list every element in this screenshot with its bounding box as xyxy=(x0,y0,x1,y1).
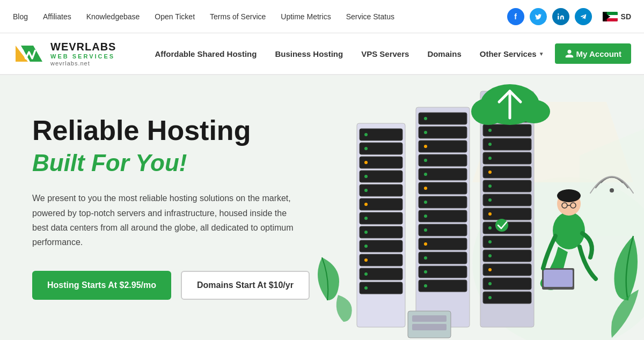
svg-point-92 xyxy=(488,240,492,243)
nav-vps[interactable]: VPS Servers xyxy=(354,45,416,63)
svg-point-53 xyxy=(424,117,427,120)
nav-knowledgebase[interactable]: Knowledgebase xyxy=(86,12,140,21)
nav-domains[interactable]: Domains xyxy=(420,45,469,63)
svg-point-90 xyxy=(488,212,492,216)
facebook-icon[interactable]: f xyxy=(507,8,524,25)
svg-point-32 xyxy=(364,203,368,206)
svg-point-31 xyxy=(364,189,368,192)
nav-terms[interactable]: Terms of Service xyxy=(210,12,266,21)
region-code: SD xyxy=(621,12,631,21)
account-icon xyxy=(565,49,574,58)
main-nav-links: Affordable Shared Hosting Business Hosti… xyxy=(147,43,631,64)
svg-point-88 xyxy=(488,184,492,188)
svg-point-87 xyxy=(488,171,492,174)
nav-business-hosting[interactable]: Business Hosting xyxy=(267,45,350,63)
main-nav: WEVRLABS WEB SERVICES wevrlabs.net Affor… xyxy=(0,33,644,75)
svg-point-56 xyxy=(424,159,427,162)
svg-point-94 xyxy=(488,268,492,271)
svg-point-86 xyxy=(488,157,492,160)
hero-buttons: Hosting Starts At $2.95/mo Domains Start… xyxy=(32,271,310,300)
svg-point-107 xyxy=(557,189,581,202)
svg-rect-99 xyxy=(412,324,447,330)
svg-point-91 xyxy=(488,226,492,230)
svg-point-57 xyxy=(424,173,427,176)
svg-point-63 xyxy=(424,256,427,260)
svg-point-84 xyxy=(488,129,492,132)
svg-point-28 xyxy=(364,147,368,150)
logo-domain: wevrlabs.net xyxy=(50,60,116,67)
svg-point-34 xyxy=(364,231,368,234)
hero-description: We present to you the most reliable host… xyxy=(32,191,295,249)
server-illustration-svg xyxy=(311,75,644,340)
logo[interactable]: WEVRLABS WEB SERVICES wevrlabs.net xyxy=(13,40,116,67)
flag-icon xyxy=(603,12,618,21)
hero-section: Reliable Hosting Built For You! We prese… xyxy=(0,75,644,340)
nav-status[interactable]: Service Status xyxy=(346,12,394,21)
dropdown-arrow-icon: ▼ xyxy=(539,51,544,57)
nav-affiliates[interactable]: Affiliates xyxy=(43,12,71,21)
svg-point-61 xyxy=(424,228,427,232)
logo-text: WEVRLABS WEB SERVICES wevrlabs.net xyxy=(50,40,116,67)
svg-point-60 xyxy=(424,215,427,218)
svg-point-54 xyxy=(424,131,427,134)
svg-point-95 xyxy=(488,282,492,285)
svg-point-55 xyxy=(424,145,427,148)
logo-icon xyxy=(13,40,45,67)
top-bar: Blog Affiliates Knowledgebase Open Ticke… xyxy=(0,0,644,33)
svg-point-64 xyxy=(424,270,427,274)
svg-point-93 xyxy=(488,254,492,257)
svg-point-113 xyxy=(610,188,614,193)
logo-brand: WEVRLABS xyxy=(50,40,116,53)
svg-point-35 xyxy=(364,245,368,248)
svg-point-38 xyxy=(364,286,368,290)
nav-shared-hosting[interactable]: Affordable Shared Hosting xyxy=(147,45,264,63)
hero-title: Reliable Hosting xyxy=(32,115,310,146)
svg-point-37 xyxy=(364,272,368,276)
svg-point-85 xyxy=(488,143,492,146)
logo-sub: WEB SERVICES xyxy=(50,53,116,60)
nav-other-services[interactable]: Other Services ▼ xyxy=(472,45,552,63)
svg-point-36 xyxy=(364,258,368,262)
top-bar-right: f SD xyxy=(507,8,631,25)
my-account-button[interactable]: My Account xyxy=(555,43,631,64)
nav-open-ticket[interactable]: Open Ticket xyxy=(155,12,195,21)
svg-point-58 xyxy=(424,187,427,190)
linkedin-icon[interactable] xyxy=(552,8,569,25)
nav-uptime[interactable]: Uptime Metrics xyxy=(281,12,331,21)
svg-point-96 xyxy=(488,296,492,299)
svg-point-65 xyxy=(424,284,427,287)
svg-rect-112 xyxy=(544,270,573,287)
hero-subtitle: Built For You! xyxy=(32,150,310,176)
hero-illustration xyxy=(311,75,644,340)
telegram-icon[interactable] xyxy=(575,8,592,25)
svg-rect-98 xyxy=(412,315,447,322)
svg-point-29 xyxy=(364,161,368,164)
svg-point-30 xyxy=(364,175,368,178)
svg-point-102 xyxy=(518,100,550,123)
region-selector[interactable]: SD xyxy=(603,12,631,21)
svg-point-33 xyxy=(364,217,368,220)
svg-point-62 xyxy=(424,242,427,246)
svg-point-105 xyxy=(553,212,585,249)
top-nav-links: Blog Affiliates Knowledgebase Open Ticke… xyxy=(13,12,394,21)
svg-point-104 xyxy=(495,219,508,232)
twitter-icon[interactable] xyxy=(530,8,547,25)
svg-point-89 xyxy=(488,198,492,202)
hero-content: Reliable Hosting Built For You! We prese… xyxy=(32,115,310,300)
svg-point-59 xyxy=(424,201,427,204)
svg-point-0 xyxy=(558,13,559,14)
domains-cta-button[interactable]: Domains Start At $10/yr xyxy=(181,271,310,300)
svg-point-27 xyxy=(364,133,368,136)
nav-blog[interactable]: Blog xyxy=(13,12,28,21)
hosting-cta-button[interactable]: Hosting Starts At $2.95/mo xyxy=(32,271,171,300)
